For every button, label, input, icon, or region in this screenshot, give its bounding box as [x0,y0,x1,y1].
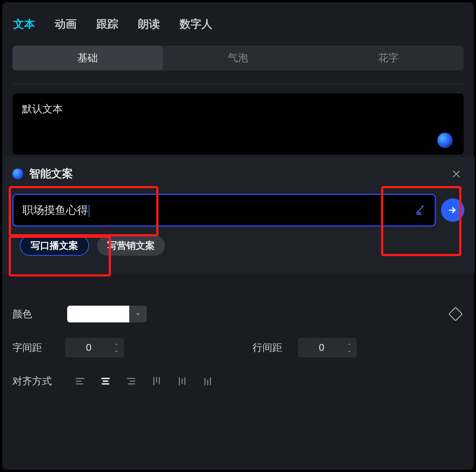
ai-assist-icon[interactable] [437,133,453,148]
text-content-value: 默认文本 [22,103,63,115]
tab-read-aloud[interactable]: 朗读 [138,17,160,32]
magic-wand-icon[interactable] [414,204,426,217]
color-label: 颜色 [12,307,60,321]
chevron-down-icon [347,349,352,353]
line-spacing-input[interactable]: 0 [298,338,357,357]
letter-spacing-value: 0 [65,342,112,353]
vertical-align-center-button[interactable] [169,371,195,391]
keyframe-diamond-icon[interactable] [448,307,463,321]
vertical-align-left-icon [151,376,162,387]
style-sub-tabs: 基础 气泡 花字 [12,46,464,70]
chevron-up-icon [347,343,352,346]
alignment-label: 对齐方式 [12,375,60,388]
tab-tracking[interactable]: 跟踪 [96,17,118,32]
line-spacing-value: 0 [298,342,345,353]
color-swatch[interactable] [67,306,129,322]
align-center-icon [100,376,111,387]
letter-spacing-label: 字间距 [12,341,60,354]
chevron-up-icon [114,343,119,346]
vertical-align-left-button[interactable] [144,371,169,391]
align-right-button[interactable] [118,371,144,391]
align-center-button[interactable] [93,371,118,391]
subtab-fancy-text[interactable]: 花字 [313,46,464,70]
color-picker[interactable] [67,304,147,324]
subtab-basic[interactable]: 基础 [12,46,163,70]
subtab-bubble[interactable]: 气泡 [163,46,313,70]
close-button[interactable] [449,167,464,181]
chip-voiceover-script[interactable]: 写口播文案 [20,235,89,256]
align-left-icon [74,376,85,387]
chip-marketing-copy[interactable]: 写营销文案 [97,235,165,256]
line-spacing-down[interactable] [345,348,353,355]
align-right-icon [126,376,137,387]
chevron-down-icon [135,311,141,317]
submit-button[interactable] [441,198,464,222]
text-content-input[interactable]: 默认文本 [12,93,464,155]
vertical-align-right-icon [202,376,213,387]
line-spacing-up[interactable] [345,341,353,348]
text-properties-panel: 文本 动画 跟踪 朗读 数字人 基础 气泡 花字 默认文本 智能文案 职场摸鱼心… [2,2,474,470]
chevron-down-icon [114,349,119,353]
primary-tabs: 文本 动画 跟踪 朗读 数字人 [2,6,474,42]
prompt-input-text: 职场摸鱼心得 [22,203,409,218]
divider [12,84,464,84]
arrow-right-icon [448,205,457,215]
tab-digital-human[interactable]: 数字人 [180,17,212,32]
letter-spacing-up[interactable] [112,341,120,348]
vertical-align-center-icon [177,376,188,387]
letter-spacing-input[interactable]: 0 [65,338,124,357]
line-spacing-label: 行间距 [253,341,293,354]
popup-title: 智能文案 [29,166,73,181]
vertical-align-right-button[interactable] [195,371,220,391]
color-dropdown-toggle[interactable] [129,306,147,322]
ai-orb-icon [12,169,23,179]
alignment-group [67,371,220,391]
tab-animation[interactable]: 动画 [55,17,77,32]
prompt-input[interactable]: 职场摸鱼心得 [12,194,436,227]
letter-spacing-down[interactable] [112,348,120,355]
tab-text[interactable]: 文本 [13,17,35,32]
close-icon [452,169,461,179]
align-left-button[interactable] [67,371,93,391]
smart-copy-popup: 智能文案 职场摸鱼心得 [2,157,475,274]
